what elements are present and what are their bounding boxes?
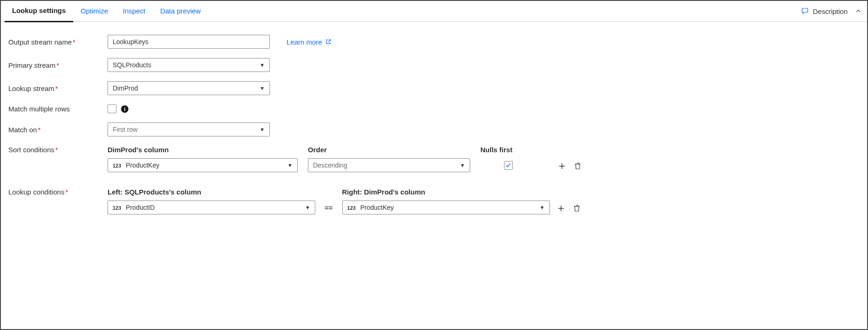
sort-order-header: Order [308,146,470,154]
add-sort-condition-button[interactable] [557,162,567,171]
info-icon[interactable]: i [121,105,128,113]
primary-stream-label: Primary stream* [8,61,108,69]
chevron-down-icon: ▼ [260,85,265,91]
description-label: Description [813,7,848,15]
row-output-stream: Output stream name* Learn more [8,35,860,49]
tab-inspect[interactable]: Inspect [115,1,153,21]
lookup-conditions-label: Lookup conditions* [8,188,108,196]
form-body: Output stream name* Learn more Primary s… [1,22,867,214]
match-on-select[interactable]: First row ▼ [108,123,270,136]
tab-bar: Lookup settings Optimize Inspect Data pr… [1,1,867,22]
row-sort-conditions: Sort conditions* DimProd's column 123Pro… [8,146,860,172]
add-lookup-condition-button[interactable] [556,204,566,213]
lookup-right-header: Right: DimProd's column [342,188,550,196]
external-link-icon [325,39,332,45]
type-badge-integer: 123 [113,163,121,168]
nulls-first-header: Nulls first [480,146,536,154]
chevron-down-icon: ▼ [460,162,465,168]
chevron-down-icon: ▼ [260,62,265,68]
row-match-multiple: Match multiple rows i [8,104,860,113]
sort-order-select[interactable]: Descending ▼ [308,158,470,172]
description-toggle[interactable]: Description [795,7,853,15]
primary-stream-select[interactable]: SQLProducts ▼ [108,58,270,72]
lookup-stream-select[interactable]: DimProd ▼ [108,81,270,95]
match-multiple-checkbox[interactable] [108,104,116,113]
match-multiple-label: Match multiple rows [8,105,108,113]
comment-icon [801,7,809,15]
row-lookup-conditions: Lookup conditions* Left: SQLProducts's c… [8,188,860,214]
output-stream-label: Output stream name* [8,38,108,46]
sort-column-header: DimProd's column [108,146,298,154]
row-match-on: Match on* First row ▼ [8,123,860,136]
tab-optimize[interactable]: Optimize [73,1,115,21]
lookup-settings-panel: Lookup settings Optimize Inspect Data pr… [0,0,868,330]
chevron-down-icon: ▼ [305,205,310,210]
delete-lookup-condition-button[interactable] [572,204,581,213]
lookup-operator: == [322,201,336,214]
lookup-right-select[interactable]: 123ProductKey ▼ [342,201,550,214]
output-stream-input[interactable] [108,35,270,49]
sort-column-select[interactable]: 123ProductKey ▼ [108,158,298,172]
match-on-label: Match on* [8,126,108,134]
chevron-down-icon: ▼ [260,127,265,132]
delete-sort-condition-button[interactable] [573,162,582,171]
type-badge-integer: 123 [113,205,121,211]
learn-more-link[interactable]: Learn more [287,38,332,46]
row-primary-stream: Primary stream* SQLProducts ▼ [8,58,860,72]
tab-lookup-settings[interactable]: Lookup settings [5,0,73,22]
lookup-left-header: Left: SQLProducts's column [108,188,315,196]
chevron-down-icon: ▼ [287,162,293,168]
collapse-panel-button[interactable] [853,6,863,16]
nulls-first-checkbox[interactable] [504,161,513,170]
tab-data-preview[interactable]: Data preview [153,1,208,21]
type-badge-integer: 123 [347,205,356,211]
chevron-down-icon: ▼ [540,205,545,210]
lookup-left-select[interactable]: 123ProductID ▼ [108,201,315,214]
lookup-stream-label: Lookup stream* [8,84,108,92]
row-lookup-stream: Lookup stream* DimProd ▼ [8,81,860,95]
sort-conditions-label: Sort conditions* [8,146,108,154]
